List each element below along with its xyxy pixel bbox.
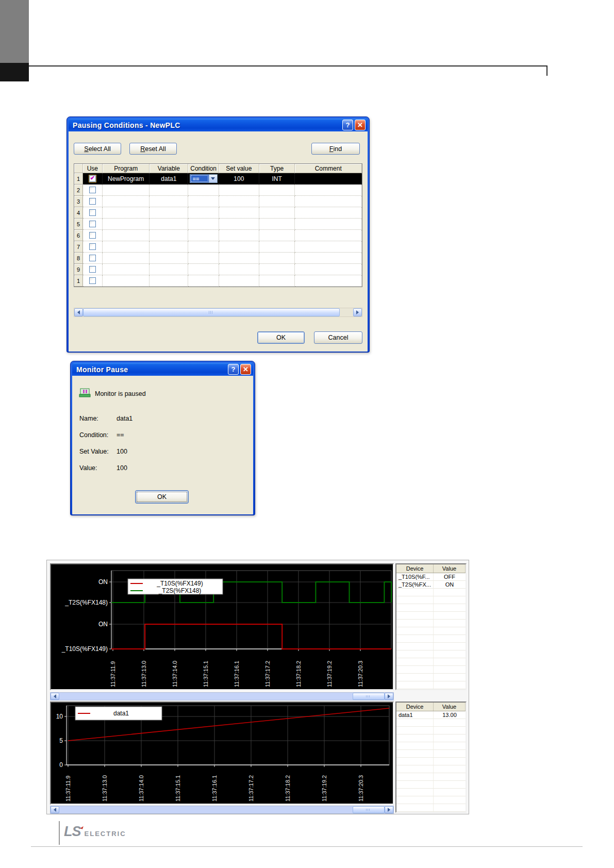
scrollbar-track[interactable] — [59, 806, 353, 813]
cell-program[interactable] — [103, 185, 150, 196]
row-number[interactable]: 5 — [74, 219, 83, 230]
cell-variable[interactable] — [150, 207, 188, 219]
cell-variable[interactable] — [150, 241, 188, 253]
close-icon[interactable]: ✕ — [355, 120, 366, 130]
side-table-header-cell[interactable]: Value — [434, 564, 466, 573]
cell-set-value[interactable] — [219, 196, 259, 207]
row-number[interactable]: 6 — [74, 230, 83, 241]
cell-condition[interactable] — [188, 241, 219, 253]
scroll-left-icon[interactable] — [51, 693, 59, 700]
row-number[interactable]: 1 — [74, 275, 83, 287]
grid-row[interactable]: 7 — [74, 241, 362, 253]
row-number[interactable]: 3 — [74, 196, 83, 207]
use-cell[interactable] — [83, 185, 103, 196]
cell-comment[interactable] — [295, 196, 362, 207]
cell-comment[interactable] — [295, 253, 362, 264]
use-checkbox[interactable] — [89, 243, 96, 250]
side-table-header-cell[interactable]: Device — [396, 703, 434, 711]
cell-set-value[interactable] — [219, 219, 259, 230]
chevron-down-icon[interactable] — [209, 175, 217, 182]
use-cell[interactable] — [83, 253, 103, 264]
cell-variable[interactable] — [150, 253, 188, 264]
scroll-right-icon[interactable] — [385, 806, 393, 813]
cell-comment[interactable] — [295, 173, 362, 185]
cell-comment[interactable] — [295, 207, 362, 219]
use-checkbox[interactable] — [89, 175, 96, 182]
row-number[interactable]: 8 — [74, 253, 83, 264]
close-icon[interactable]: ✕ — [240, 364, 251, 375]
cell-type[interactable] — [259, 264, 295, 275]
cell-type[interactable] — [259, 230, 295, 241]
ok-button[interactable]: OK — [135, 490, 189, 504]
monitor-dialog-titlebar[interactable]: Monitor Pause ? ✕ — [72, 363, 253, 376]
scrollbar-thumb[interactable] — [353, 693, 385, 700]
cell-program[interactable] — [103, 230, 150, 241]
condition-dropdown[interactable]: == — [190, 174, 218, 183]
cell-type[interactable]: INT — [259, 173, 295, 185]
cell-set-value[interactable]: 100 — [219, 173, 259, 185]
cell-set-value[interactable] — [219, 241, 259, 253]
use-cell[interactable] — [83, 173, 103, 185]
cell-comment[interactable] — [295, 185, 362, 196]
use-cell[interactable] — [83, 264, 103, 275]
cell-condition[interactable] — [188, 253, 219, 264]
cell-comment[interactable] — [295, 241, 362, 253]
cell-type[interactable] — [259, 219, 295, 230]
pausing-dialog-titlebar[interactable]: Pausing Conditions - NewPLC ? ✕ — [69, 119, 368, 131]
grid-header-cell[interactable]: Comment — [295, 164, 362, 173]
row-number[interactable]: 9 — [74, 264, 83, 275]
use-cell[interactable] — [83, 230, 103, 241]
grid-row[interactable]: 5 — [74, 219, 362, 230]
side-table-row[interactable]: data113.00 — [396, 711, 466, 719]
cell-type[interactable] — [259, 253, 295, 264]
grid-header-cell[interactable]: Program — [103, 164, 150, 173]
grid-row[interactable]: 3 — [74, 196, 362, 207]
cell-set-value[interactable] — [219, 185, 259, 196]
side-table-row[interactable]: _T2S(%FX...ON — [396, 581, 466, 589]
scrollbar-thumb[interactable] — [353, 806, 385, 813]
cell-set-value[interactable] — [219, 264, 259, 275]
side-table-header-cell[interactable]: Device — [396, 564, 434, 573]
cell-comment[interactable] — [295, 230, 362, 241]
grid-row[interactable]: 1NewProgramdata1==100INT — [74, 173, 362, 185]
grid-row[interactable]: 8 — [74, 253, 362, 264]
help-icon[interactable]: ? — [228, 364, 239, 375]
grid-row[interactable]: 9 — [74, 264, 362, 275]
cell-comment[interactable] — [295, 219, 362, 230]
cell-condition[interactable] — [188, 275, 219, 287]
use-checkbox[interactable] — [89, 198, 96, 205]
use-cell[interactable] — [83, 219, 103, 230]
cell-variable[interactable] — [150, 219, 188, 230]
cell-set-value[interactable] — [219, 207, 259, 219]
cell-variable[interactable]: data1 — [150, 173, 188, 185]
cell-program[interactable]: NewProgram — [103, 173, 150, 185]
cell-program[interactable] — [103, 219, 150, 230]
cell-condition[interactable]: == — [188, 173, 219, 185]
use-checkbox[interactable] — [89, 187, 96, 193]
use-checkbox[interactable] — [89, 232, 96, 239]
scroll-right-icon[interactable] — [385, 693, 393, 700]
find-button[interactable]: Find — [311, 143, 360, 155]
cell-condition[interactable] — [188, 196, 219, 207]
use-checkbox[interactable] — [89, 277, 96, 284]
row-number[interactable]: 2 — [74, 185, 83, 196]
side-table-header-cell[interactable]: Value — [434, 703, 466, 711]
use-checkbox[interactable] — [89, 255, 96, 261]
cell-program[interactable] — [103, 253, 150, 264]
row-number[interactable]: 1 — [74, 173, 83, 185]
grid-header-cell[interactable]: Set value — [219, 164, 259, 173]
scroll-left-icon[interactable] — [51, 806, 59, 813]
row-number[interactable]: 7 — [74, 241, 83, 253]
cell-set-value[interactable] — [219, 230, 259, 241]
cell-variable[interactable] — [150, 275, 188, 287]
grid-row[interactable]: 1 — [74, 275, 362, 287]
cell-condition[interactable] — [188, 207, 219, 219]
use-checkbox[interactable] — [89, 209, 96, 216]
select-all-button[interactable]: Select All — [74, 143, 121, 155]
side-table-row[interactable]: _T10S(%F...OFF — [396, 573, 466, 581]
cell-program[interactable] — [103, 241, 150, 253]
grid-header-cell[interactable]: Condition — [188, 164, 219, 173]
row-number[interactable]: 4 — [74, 207, 83, 219]
cell-program[interactable] — [103, 196, 150, 207]
cell-condition[interactable] — [188, 185, 219, 196]
